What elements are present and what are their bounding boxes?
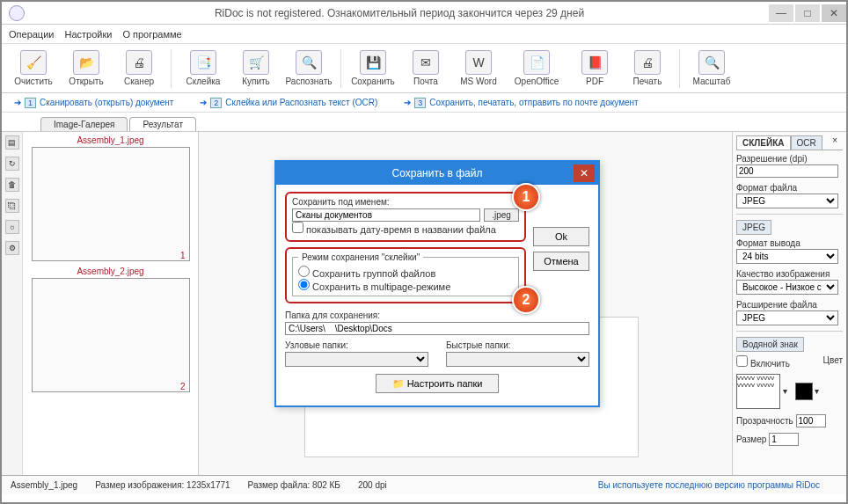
fast-folders-select[interactable] xyxy=(446,352,589,367)
minimize-button[interactable]: — xyxy=(769,4,793,22)
mode-group-radio[interactable] xyxy=(298,266,310,277)
mail-icon: ✉ xyxy=(413,50,439,75)
thumb-title: Assembly_1.jpeg xyxy=(26,135,194,145)
status-link[interactable]: Вы используете последнюю версию программ… xyxy=(598,480,820,490)
rp-wm-enable-label: Включить xyxy=(750,359,790,369)
thumb-page: 1 xyxy=(180,251,186,260)
tool-ocr-label: Распознать xyxy=(285,77,332,86)
rp-wm-opacity-label: Прозрачность xyxy=(736,416,793,426)
show-datetime-option[interactable]: показывать дату-время в названии файла xyxy=(292,224,496,235)
rp-res-label: Разрешение (dpi) xyxy=(736,154,843,164)
mode-multipage-radio[interactable] xyxy=(298,279,310,290)
dialog-body: Сохранить под именем: .jpeg показывать д… xyxy=(276,185,598,405)
rp-wm-opacity[interactable] xyxy=(796,414,826,427)
vtool-copy[interactable]: ⿻ xyxy=(5,199,19,213)
pdf-icon: 📕 xyxy=(581,50,608,75)
close-button[interactable]: ✕ xyxy=(822,4,846,22)
status-size: Размер файла: 802 КБ xyxy=(248,480,340,490)
filename-input[interactable] xyxy=(292,208,480,222)
rp-tab-glue[interactable]: СКЛЕЙКА xyxy=(736,135,791,150)
rp-wm-enable[interactable]: Включить xyxy=(736,359,790,369)
mode-group-option[interactable]: Сохранить группой файлов xyxy=(298,268,435,279)
tool-mail[interactable]: ✉Почта xyxy=(401,50,450,86)
vtool-brightness[interactable]: ☼ xyxy=(5,220,19,234)
configure-folders-label: Настроить папки xyxy=(407,378,483,389)
fast-folders-label: Быстрые папки: xyxy=(446,340,589,350)
titlebar: RiDoc is not registered. Ознакомительный… xyxy=(2,2,846,25)
vtool-delete[interactable]: 🗑 xyxy=(5,178,19,192)
step-bar: ➔1Сканировать (открыть) документ ➔2Склей… xyxy=(2,93,846,113)
callout-1: 1 xyxy=(512,183,540,211)
cancel-button[interactable]: Отмена xyxy=(533,252,589,271)
tool-word-label: MS Word xyxy=(460,77,497,86)
menu-about[interactable]: О программе xyxy=(122,29,181,40)
tool-print-label: Печать xyxy=(633,77,662,86)
status-dim: Размер изображения: 1235x1771 xyxy=(95,480,230,490)
status-file: Assembly_1.jpeg xyxy=(11,480,77,490)
tool-print[interactable]: 🖨Печать xyxy=(623,50,672,86)
tool-glue-label: Склейка xyxy=(186,77,221,86)
maximize-button[interactable]: □ xyxy=(795,4,820,22)
thumb-image[interactable]: 2 xyxy=(32,278,190,392)
vtool-1[interactable]: ▤ xyxy=(5,135,19,150)
tool-buy[interactable]: 🛒Купить xyxy=(231,50,281,86)
node-folders-select[interactable] xyxy=(285,352,428,367)
rp-sub-jpeg[interactable]: JPEG xyxy=(736,220,771,235)
show-datetime-checkbox[interactable] xyxy=(292,222,303,233)
tool-save[interactable]: 💾Сохранить xyxy=(348,50,398,86)
tool-pdf[interactable]: 📕PDF xyxy=(570,50,619,86)
thumbnail-gallery: Assembly_1.jpeg 1 Assembly_2.jpeg 2 xyxy=(23,132,199,475)
wm-color-drop[interactable]: ▾ xyxy=(815,386,819,396)
dialog-titlebar: Сохранить в файл ✕ xyxy=(276,162,598,185)
tool-zoom-label: Масштаб xyxy=(693,77,731,86)
rp-tab-ocr[interactable]: OCR xyxy=(791,135,822,150)
step-3: ➔3Сохранить, печатать, отправить по почт… xyxy=(404,98,638,108)
rp-ext-select[interactable]: JPEG xyxy=(736,310,838,325)
rp-quality-select[interactable]: Высокое - Низкое ска xyxy=(736,280,838,295)
tool-word[interactable]: WMS Word xyxy=(454,50,503,86)
rp-res-input[interactable] xyxy=(736,164,838,178)
menu-operations[interactable]: Операции xyxy=(9,29,54,40)
mode-group-label: Сохранить группой файлов xyxy=(312,268,435,279)
ok-button[interactable]: Ok xyxy=(533,227,589,246)
dialog-close-button[interactable]: ✕ xyxy=(574,164,595,182)
thumb-title: Assembly_2.jpeg xyxy=(26,267,194,276)
thumb-image[interactable]: 1 xyxy=(32,147,190,261)
mode-multipage-option[interactable]: Сохранить в multipage-режиме xyxy=(298,281,450,292)
node-folders-label: Узловые папки: xyxy=(285,340,428,350)
thumb-item[interactable]: Assembly_2.jpeg 2 xyxy=(26,267,194,392)
menu-settings[interactable]: Настройки xyxy=(64,29,112,40)
tool-glue[interactable]: 📑Склейка xyxy=(179,50,228,86)
vertical-toolbar: ▤ ↻ 🗑 ⿻ ☼ ⚙ xyxy=(2,132,23,475)
tool-save-label: Сохранить xyxy=(351,77,395,86)
wm-pattern[interactable]: vvvvv vvvvv vvvvv vvvvv xyxy=(736,374,780,409)
vtool-2[interactable]: ↻ xyxy=(5,157,19,171)
rp-quality-label: Качество изображения xyxy=(736,269,843,279)
cart-icon: 🛒 xyxy=(243,50,269,75)
rp-fmt-select[interactable]: JPEG xyxy=(736,194,838,208)
folder-input[interactable] xyxy=(285,322,589,335)
wm-pattern-drop[interactable]: ▾ xyxy=(783,386,787,396)
rp-wm-title[interactable]: Водяной знак xyxy=(736,337,804,352)
window-buttons: — □ ✕ xyxy=(767,4,846,22)
rp-wm-checkbox[interactable] xyxy=(736,355,748,367)
rp-wm-size[interactable] xyxy=(769,433,799,446)
tool-open[interactable]: 📂Открыть xyxy=(62,50,111,86)
tool-ocr[interactable]: 🔍Распознать xyxy=(284,50,333,86)
tab-result[interactable]: Результат xyxy=(129,117,195,131)
tool-scanner[interactable]: 🖨Сканер xyxy=(114,50,164,86)
tool-openoffice[interactable]: 📄OpenOffice xyxy=(507,50,567,86)
step-2-label: Склейка или Распознать текст (OCR) xyxy=(225,98,377,107)
rp-out-select[interactable]: 24 bits xyxy=(736,249,838,264)
tab-gallery[interactable]: Image-Галерея xyxy=(40,117,128,131)
wm-color-box[interactable] xyxy=(795,383,813,400)
main-tabs: Image-Галерея Результат xyxy=(2,113,846,132)
folder-open-icon: 📂 xyxy=(73,50,99,75)
thumb-item[interactable]: Assembly_1.jpeg 1 xyxy=(26,135,194,261)
tool-zoom[interactable]: 🔍Масштаб xyxy=(687,50,736,86)
openoffice-icon: 📄 xyxy=(523,50,550,75)
tool-clear[interactable]: 🧹Очистить xyxy=(9,50,58,86)
configure-folders-button[interactable]: 📁 Настроить папки xyxy=(376,374,499,393)
rp-close[interactable]: × xyxy=(827,135,843,150)
vtool-settings[interactable]: ⚙ xyxy=(5,241,19,255)
